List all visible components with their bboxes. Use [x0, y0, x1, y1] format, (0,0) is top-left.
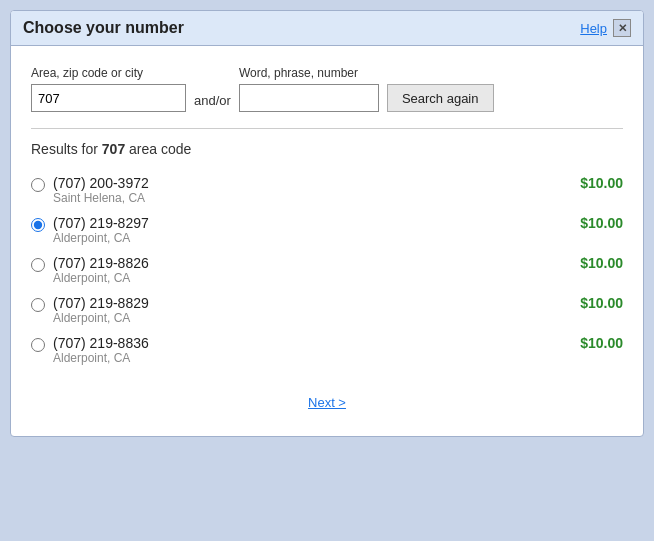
phone-price-3: $10.00 — [580, 295, 623, 311]
phone-item: (707) 219-8297 Alderpoint, CA $10.00 — [31, 211, 623, 251]
area-field-group: Area, zip code or city — [31, 66, 186, 112]
phone-radio-0[interactable] — [31, 178, 45, 192]
help-link[interactable]: Help — [580, 21, 607, 36]
phone-left-1: (707) 219-8297 Alderpoint, CA — [31, 215, 149, 245]
area-label: Area, zip code or city — [31, 66, 186, 80]
phone-item: (707) 200-3972 Saint Helena, CA $10.00 — [31, 171, 623, 211]
phone-left-0: (707) 200-3972 Saint Helena, CA — [31, 175, 149, 205]
phone-location-0: Saint Helena, CA — [53, 191, 149, 205]
phone-price-2: $10.00 — [580, 255, 623, 271]
phone-number-0: (707) 200-3972 — [53, 175, 149, 191]
phone-location-1: Alderpoint, CA — [53, 231, 149, 245]
phone-radio-1[interactable] — [31, 218, 45, 232]
choose-number-window: Choose your number Help ✕ Area, zip code… — [10, 10, 644, 437]
phone-info-0: (707) 200-3972 Saint Helena, CA — [53, 175, 149, 205]
area-input[interactable] — [31, 84, 186, 112]
phone-left-4: (707) 219-8836 Alderpoint, CA — [31, 335, 149, 365]
next-link[interactable]: Next > — [308, 395, 346, 410]
phone-price-0: $10.00 — [580, 175, 623, 191]
word-input[interactable] — [239, 84, 379, 112]
phone-number-4: (707) 219-8836 — [53, 335, 149, 351]
phone-number-3: (707) 219-8829 — [53, 295, 149, 311]
title-bar-actions: Help ✕ — [580, 19, 631, 37]
phone-number-1: (707) 219-8297 — [53, 215, 149, 231]
title-bar: Choose your number Help ✕ — [11, 11, 643, 46]
results-label: Results for 707 area code — [31, 141, 623, 157]
phone-location-3: Alderpoint, CA — [53, 311, 149, 325]
phone-location-2: Alderpoint, CA — [53, 271, 149, 285]
phone-item: (707) 219-8829 Alderpoint, CA $10.00 — [31, 291, 623, 331]
divider — [31, 128, 623, 129]
phone-list: (707) 200-3972 Saint Helena, CA $10.00 (… — [31, 171, 623, 371]
window-title: Choose your number — [23, 19, 184, 37]
phone-info-3: (707) 219-8829 Alderpoint, CA — [53, 295, 149, 325]
results-prefix: Results for — [31, 141, 102, 157]
phone-number-2: (707) 219-8826 — [53, 255, 149, 271]
phone-radio-4[interactable] — [31, 338, 45, 352]
phone-info-2: (707) 219-8826 Alderpoint, CA — [53, 255, 149, 285]
phone-item: (707) 219-8826 Alderpoint, CA $10.00 — [31, 251, 623, 291]
search-again-button[interactable]: Search again — [387, 84, 494, 112]
phone-left-2: (707) 219-8826 Alderpoint, CA — [31, 255, 149, 285]
results-suffix: area code — [125, 141, 191, 157]
phone-location-4: Alderpoint, CA — [53, 351, 149, 365]
footer: Next > — [31, 387, 623, 420]
search-row: Area, zip code or city and/or Word, phra… — [31, 66, 623, 112]
word-field-group: Word, phrase, number — [239, 66, 379, 112]
phone-info-4: (707) 219-8836 Alderpoint, CA — [53, 335, 149, 365]
word-label: Word, phrase, number — [239, 66, 379, 80]
andor-label: and/or — [194, 93, 231, 112]
phone-price-1: $10.00 — [580, 215, 623, 231]
phone-info-1: (707) 219-8297 Alderpoint, CA — [53, 215, 149, 245]
phone-price-4: $10.00 — [580, 335, 623, 351]
phone-left-3: (707) 219-8829 Alderpoint, CA — [31, 295, 149, 325]
results-area-code: 707 — [102, 141, 125, 157]
phone-radio-3[interactable] — [31, 298, 45, 312]
close-button[interactable]: ✕ — [613, 19, 631, 37]
phone-radio-2[interactable] — [31, 258, 45, 272]
phone-item: (707) 219-8836 Alderpoint, CA $10.00 — [31, 331, 623, 371]
main-content: Area, zip code or city and/or Word, phra… — [11, 46, 643, 436]
